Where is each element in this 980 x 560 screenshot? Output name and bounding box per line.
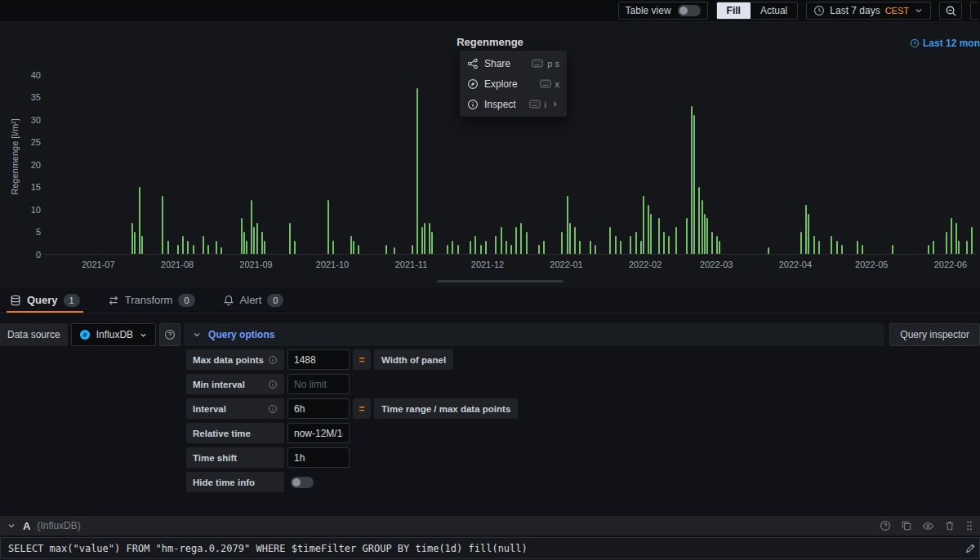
fill-button[interactable]: Fill — [717, 2, 751, 19]
partial-button[interactable] — [970, 2, 978, 20]
interval-clock-icon — [910, 38, 920, 48]
panel-title[interactable]: Regenmenge — [0, 36, 980, 48]
collapse-chevron-icon[interactable] — [7, 521, 16, 531]
menu-item-share[interactable]: Share p s — [460, 53, 567, 73]
menu-item-inspect[interactable]: Inspect i — [460, 94, 567, 114]
chart-bar — [716, 236, 718, 254]
x-tick-label: 2022-02 — [629, 260, 662, 269]
chart-bar — [385, 245, 387, 254]
menu-item-explore[interactable]: Explore x — [460, 73, 567, 94]
chart-bar — [358, 245, 359, 254]
option-row-hide-time-info: Hide time info — [186, 472, 518, 492]
hide-time-info-toggle-wrap — [287, 472, 314, 492]
y-tick-label: 20 — [15, 160, 41, 170]
time-range-picker[interactable]: Last 7 days CEST — [806, 2, 931, 20]
x-tick-label: 2021-07 — [82, 260, 114, 269]
chart-bar — [187, 241, 189, 254]
delete-query-icon[interactable] — [944, 520, 956, 531]
y-axis: 0510152025303540 — [15, 70, 41, 255]
help-circle-icon — [164, 329, 176, 340]
data-source-help-button[interactable] — [159, 323, 180, 346]
y-tick-label: 25 — [15, 137, 41, 147]
menu-shortcut-group: p s — [532, 59, 559, 69]
chart-bar — [452, 241, 453, 254]
chart-bar — [457, 245, 459, 254]
menu-shortcut-group: x — [540, 79, 560, 89]
actual-button[interactable]: Actual — [751, 2, 797, 19]
chart-bar — [264, 241, 265, 254]
horizontal-scroll-indicator[interactable] — [437, 280, 564, 282]
chart-bar — [663, 232, 665, 254]
chart-bar — [515, 227, 517, 254]
relative-time-input[interactable] — [287, 423, 350, 443]
data-source-picker[interactable]: InfluxDB — [71, 323, 156, 346]
chart-bar — [569, 223, 571, 254]
chart-bar — [289, 223, 291, 254]
zoom-out-button[interactable] — [939, 2, 962, 20]
chart-bar — [643, 196, 644, 254]
chart-bar — [609, 227, 611, 254]
chart-bar — [220, 247, 222, 254]
refresh-interval-label: Last 12 mont — [923, 38, 980, 49]
y-tick-label: 40 — [15, 70, 41, 80]
chart-bar — [933, 241, 934, 254]
min-interval-input[interactable] — [287, 374, 350, 394]
chart-bar — [246, 241, 247, 254]
option-row-max-data-points: Max data points = Width of panel — [186, 349, 518, 370]
query-text-input[interactable] — [1, 543, 961, 554]
chart-bar — [495, 236, 497, 254]
query-options-panel: Max data points = Width of panel Min int… — [186, 349, 518, 492]
option-row-interval: Interval = Time range / max data points — [186, 398, 518, 419]
chart-bar — [429, 223, 430, 254]
info-circle-icon — [467, 99, 479, 110]
query-inspector-button[interactable]: Query inspector — [889, 323, 980, 346]
chart-bar — [958, 241, 960, 254]
hide-time-info-toggle[interactable] — [291, 477, 314, 488]
query-options-header[interactable]: Query options — [184, 323, 884, 346]
edit-query-pencil-icon[interactable] — [961, 543, 979, 554]
chart-bar — [831, 236, 832, 254]
chevron-down-icon — [192, 330, 202, 340]
panel-context-menu: Share p s Explore x Inspect i — [460, 51, 567, 117]
tab-alert[interactable]: Alert 0 — [220, 287, 287, 313]
chart-bar — [615, 236, 617, 254]
query-ref-id[interactable]: A — [23, 520, 30, 532]
chart-bar — [818, 241, 820, 254]
y-tick-label: 15 — [15, 182, 41, 192]
chart-bar — [216, 241, 217, 254]
chart-bar — [567, 196, 568, 254]
chart-bar — [394, 247, 395, 254]
chart-bar — [327, 200, 329, 254]
info-icon[interactable] — [268, 355, 278, 365]
influxdb-logo-icon — [79, 329, 91, 340]
refresh-interval-note[interactable]: Last 12 mont — [910, 38, 980, 49]
duplicate-query-icon[interactable] — [901, 520, 912, 531]
database-icon — [10, 295, 21, 306]
tab-query[interactable]: Query 1 — [7, 287, 83, 313]
chart-bar — [353, 241, 354, 254]
x-tick-label: 2021-12 — [471, 260, 504, 269]
chart-bar — [177, 245, 179, 254]
toggle-visibility-icon[interactable] — [922, 520, 934, 532]
compass-icon — [467, 78, 479, 90]
chart-bar — [693, 115, 695, 254]
info-icon[interactable] — [268, 404, 278, 414]
max-data-points-input[interactable] — [287, 349, 350, 370]
clock-icon — [813, 5, 825, 16]
drag-handle-icon[interactable] — [965, 520, 973, 531]
chart-bar — [658, 218, 660, 254]
time-range-label: Last 7 days — [830, 5, 880, 16]
equals-operator: = — [353, 349, 371, 370]
chart-bar — [702, 200, 703, 254]
chart-bar — [966, 241, 968, 254]
table-view-toggle[interactable] — [678, 5, 701, 16]
max-data-points-note: Width of panel — [374, 349, 453, 370]
tab-label: Transform — [125, 294, 173, 306]
keyboard-icon — [529, 100, 541, 109]
interval-input[interactable] — [287, 398, 350, 419]
time-shift-input[interactable] — [287, 447, 350, 468]
tab-transform[interactable]: Transform 0 — [105, 287, 198, 313]
chart-bar — [574, 227, 576, 254]
query-help-icon[interactable] — [880, 520, 891, 531]
info-icon[interactable] — [268, 380, 278, 389]
